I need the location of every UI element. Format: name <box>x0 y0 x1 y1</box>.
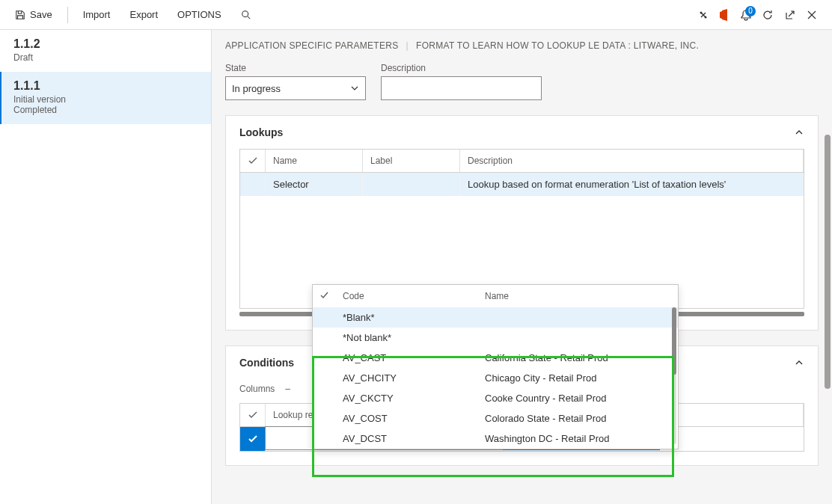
dropdown-item[interactable]: AV_CHCITY Chicago City - Retail Prod <box>313 368 678 388</box>
dropdown-item-code: AV_CAST <box>343 352 477 363</box>
dropdown-item[interactable]: *Blank* <box>313 307 678 328</box>
code-dropdown: Code Name *Blank* *Not blank* AV_CAST Ca… <box>312 284 679 449</box>
dropdown-item-name: Chicago City - Retail Prod <box>485 372 670 384</box>
state-label: State <box>225 63 366 73</box>
svg-point-0 <box>242 10 248 16</box>
import-button[interactable]: Import <box>76 4 118 25</box>
dropdown-item-code: *Not blank* <box>343 332 477 343</box>
svg-point-2 <box>700 11 703 13</box>
dropdown-col-name[interactable]: Name <box>485 291 670 301</box>
dropdown-item-name <box>485 312 670 323</box>
dropdown-item-name <box>485 332 670 343</box>
save-icon <box>15 10 25 20</box>
chevron-down-icon <box>350 84 359 93</box>
dropdown-col-code[interactable]: Code <box>343 291 477 301</box>
col-header-desc[interactable]: Description <box>460 150 804 172</box>
options-button[interactable]: OPTIONS <box>170 4 229 25</box>
body-area: 1.1.2 Draft 1.1.1 Initial version Comple… <box>0 30 832 504</box>
sidebar-item-title: 1.1.2 <box>13 37 198 51</box>
sidebar-item-112[interactable]: 1.1.2 Draft <box>0 30 211 72</box>
toolbar-left: Save Import Export OPTIONS <box>7 4 259 25</box>
check-icon <box>248 156 258 166</box>
row-selected-indicator[interactable] <box>240 427 266 451</box>
breadcrumb-separator: | <box>406 40 409 51</box>
row-checkbox[interactable] <box>240 173 266 196</box>
dropdown-select-all[interactable] <box>320 291 335 301</box>
sidebar-item-sub2: Completed <box>13 105 198 115</box>
lookups-grid-header: Name Label Description <box>240 150 804 173</box>
dropdown-item[interactable]: AV_DCST Washington DC - Retail Prod <box>313 428 678 449</box>
breadcrumb-part2: FORMAT TO LEARN HOW TO LOOKUP LE DATA : … <box>416 40 699 51</box>
svg-line-1 <box>247 16 250 19</box>
col-header-label[interactable]: Label <box>363 150 460 172</box>
lookups-header[interactable]: Lookups <box>226 116 818 149</box>
dropdown-item-name: Cooke Country - Retail Prod <box>485 393 670 404</box>
dropdown-item-name: Washington DC - Retail Prod <box>485 433 670 444</box>
refresh-icon[interactable] <box>762 9 774 21</box>
search-icon <box>241 10 251 20</box>
columns-button[interactable]: Columns <box>239 384 275 394</box>
dropdown-item-name: Colorado State - Retail Prod <box>485 413 670 424</box>
app-toolbar: Save Import Export OPTIONS 0 <box>0 0 832 30</box>
lookups-title: Lookups <box>239 126 283 138</box>
state-value: In progress <box>232 83 281 94</box>
dropdown-item-name: California State - Retail Prod <box>485 352 670 363</box>
office-icon[interactable] <box>720 9 730 21</box>
version-sidebar: 1.1.2 Draft 1.1.1 Initial version Comple… <box>0 30 212 504</box>
search-button[interactable] <box>233 5 259 25</box>
sidebar-item-sub1: Initial version <box>13 94 198 105</box>
save-button[interactable]: Save <box>7 4 60 25</box>
close-icon[interactable] <box>807 10 817 20</box>
check-icon <box>320 291 329 300</box>
main-scrollbar[interactable] <box>825 135 831 389</box>
row-label <box>363 173 460 196</box>
check-icon <box>248 434 258 444</box>
toolbar-right: 0 <box>697 9 825 21</box>
svg-point-3 <box>705 16 707 18</box>
chevron-up-icon <box>794 357 804 368</box>
options-label: OPTIONS <box>177 9 221 20</box>
lookups-row[interactable]: Selector Lookup based on format enumerat… <box>240 173 804 196</box>
state-field: State In progress <box>225 63 366 100</box>
select-all-checkbox[interactable] <box>240 150 266 172</box>
dropdown-item[interactable]: AV_CKCTY Cooke Country - Retail Prod <box>313 388 678 408</box>
dropdown-item[interactable]: *Not blank* <box>313 328 678 348</box>
main-panel: APPLICATION SPECIFIC PARAMETERS | FORMAT… <box>212 30 832 504</box>
dropdown-item-code: AV_CHCITY <box>343 372 477 384</box>
dropdown-item-code: AV_DCST <box>343 433 477 444</box>
connector-icon[interactable] <box>697 9 709 21</box>
breadcrumb-part1: APPLICATION SPECIFIC PARAMETERS <box>225 40 399 51</box>
dropdown-item[interactable]: AV_COST Colorado State - Retail Prod <box>313 408 678 428</box>
description-field: Description <box>381 63 542 100</box>
row-desc: Lookup based on format enumeration 'List… <box>460 173 804 196</box>
sidebar-item-sub1: Draft <box>13 52 198 63</box>
export-label: Export <box>129 9 158 20</box>
description-input[interactable] <box>381 76 542 100</box>
toolbar-separator <box>67 7 68 23</box>
dropdown-scrollbar[interactable] <box>672 307 676 444</box>
col-header-name[interactable]: Name <box>266 150 363 172</box>
notification-icon[interactable]: 0 <box>741 9 751 21</box>
description-label: Description <box>381 63 542 73</box>
row-name: Selector <box>266 173 363 196</box>
dropdown-item-code: AV_CKCTY <box>343 393 477 404</box>
select-all-checkbox[interactable] <box>240 404 266 426</box>
sidebar-item-111[interactable]: 1.1.1 Initial version Completed <box>0 72 211 124</box>
chevron-up-icon <box>794 127 804 138</box>
breadcrumb: APPLICATION SPECIFIC PARAMETERS | FORMAT… <box>225 40 819 51</box>
dropdown-item-code: AV_COST <box>343 413 477 424</box>
state-select[interactable]: In progress <box>225 76 366 100</box>
dropdown-item-code: *Blank* <box>343 312 477 323</box>
toolbar-dash: – <box>285 384 290 394</box>
import-label: Import <box>83 9 111 20</box>
conditions-title: Conditions <box>239 357 294 369</box>
export-button[interactable]: Export <box>122 4 165 25</box>
header-fields: State In progress Description <box>225 63 819 100</box>
dropdown-header: Code Name <box>313 285 678 307</box>
popout-icon[interactable] <box>784 9 796 21</box>
save-label: Save <box>30 9 52 20</box>
sidebar-item-title: 1.1.1 <box>13 79 198 93</box>
dropdown-item[interactable]: AV_CAST California State - Retail Prod <box>313 348 678 368</box>
check-icon <box>248 410 258 420</box>
notification-badge: 0 <box>745 6 756 16</box>
